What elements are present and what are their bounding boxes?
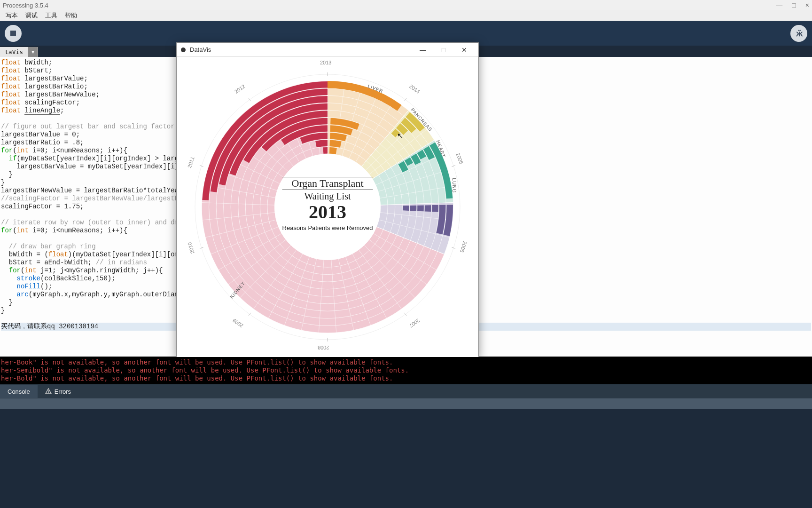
debug-button[interactable]: ӂ	[790, 25, 807, 42]
sketch-titlebar[interactable]: DataVis — □ ✕	[177, 43, 478, 57]
console-output: her-Book" is not available, so another f…	[0, 357, 812, 384]
organ-label: LUNG	[452, 178, 457, 193]
butterfly-icon: ӂ	[796, 29, 802, 38]
window-minimize[interactable]: —	[776, 1, 782, 9]
svg-line-75	[249, 98, 251, 101]
window-close[interactable]: ×	[805, 1, 809, 9]
chart-center-label: Organ Transplant Waiting List 2013 Reaso…	[282, 177, 373, 231]
svg-line-72	[249, 313, 251, 316]
menu-bar: 写本 调试 工具 帮助	[0, 10, 812, 21]
svg-line-74	[200, 166, 203, 167]
status-bar	[0, 398, 812, 409]
tab-errors[interactable]: Errors	[38, 385, 78, 398]
sketch-icon	[180, 47, 186, 53]
sketch-window: DataVis — □ ✕ Organ Transplant Waiting L…	[176, 42, 479, 357]
sketch-close[interactable]: ✕	[454, 46, 475, 54]
svg-rect-0	[48, 390, 48, 392]
sketch-minimize[interactable]: —	[413, 46, 433, 54]
stop-icon	[10, 31, 16, 36]
svg-line-69	[452, 247, 455, 248]
tab-datavis[interactable]: taVis	[0, 47, 28, 57]
tab-dropdown[interactable]: ▾	[28, 47, 38, 57]
year-label: 2013	[320, 60, 331, 65]
footer-tabs: Console Errors	[0, 384, 812, 398]
menu-tools[interactable]: 工具	[41, 11, 61, 20]
menu-help[interactable]: 帮助	[61, 11, 81, 20]
svg-line-68	[452, 166, 455, 167]
window-maximize[interactable]: □	[792, 1, 796, 9]
sketch-title-text: DataVis	[190, 46, 211, 53]
year-label: 2008	[318, 345, 329, 350]
menu-file[interactable]: 写本	[2, 11, 22, 20]
warning-icon	[45, 388, 52, 395]
stop-button[interactable]	[5, 25, 22, 42]
window-titlebar: Processing 3.5.4 — □ ×	[0, 0, 812, 10]
tab-console[interactable]: Console	[0, 385, 38, 398]
app-title: Processing 3.5.4	[3, 2, 48, 9]
svg-rect-1	[48, 392, 48, 393]
sketch-maximize[interactable]: □	[433, 46, 454, 54]
svg-line-70	[404, 313, 406, 316]
svg-point-2	[181, 48, 186, 52]
svg-line-73	[200, 247, 203, 248]
menu-debug[interactable]: 调试	[22, 11, 41, 20]
sketch-canvas: Organ Transplant Waiting List 2013 Reaso…	[177, 57, 478, 357]
svg-line-67	[404, 98, 406, 101]
